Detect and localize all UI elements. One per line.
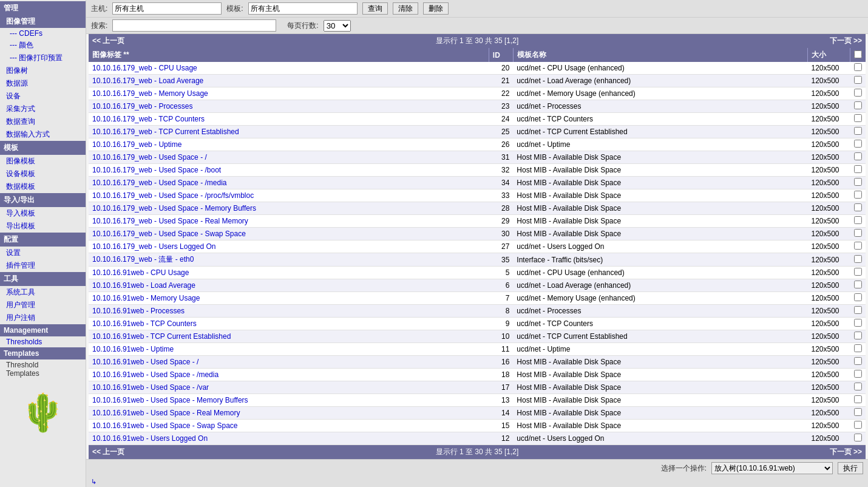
sidebar-item-import-template[interactable]: 导入模板 xyxy=(0,207,86,220)
graph-link[interactable]: 10.10.16.91web - TCP Counters xyxy=(92,319,197,328)
sidebar-item-device[interactable]: 设备 xyxy=(0,90,86,103)
row-checkbox[interactable] xyxy=(854,63,862,71)
sidebar-item-graph-tree[interactable]: 图像树 xyxy=(0,64,86,77)
graph-link[interactable]: 10.10.16.91web - CPU Usage xyxy=(92,268,189,277)
col-header-template[interactable]: 模板名称 xyxy=(513,48,807,62)
row-checkbox[interactable] xyxy=(854,127,862,135)
sidebar-item-data-source[interactable]: 数据源 xyxy=(0,77,86,90)
select-all-checkbox[interactable] xyxy=(854,50,862,58)
graph-link[interactable]: 10.10.16.179_web - TCP Counters xyxy=(92,115,205,123)
row-checkbox[interactable] xyxy=(854,434,862,441)
row-checkbox[interactable] xyxy=(854,421,862,429)
sidebar-item-plugin[interactable]: 插件管理 xyxy=(0,259,86,272)
row-checkbox[interactable] xyxy=(854,101,862,109)
query-button[interactable]: 查询 xyxy=(362,2,388,15)
graph-link[interactable]: 10.10.16.179_web - Uptime xyxy=(92,140,181,149)
sidebar-item-sys-tools[interactable]: 系统工具 xyxy=(0,286,86,299)
sidebar-item-image-print[interactable]: --- 图像打印预置 xyxy=(0,52,86,64)
graph-link[interactable]: 10.10.16.91web - Processes xyxy=(92,307,185,315)
template-input[interactable] xyxy=(248,2,358,15)
row-checkbox[interactable] xyxy=(854,268,862,276)
graph-link[interactable]: 10.10.16.91web - Used Space - /media xyxy=(92,370,219,379)
row-checkbox[interactable] xyxy=(854,395,862,403)
row-checkbox[interactable] xyxy=(854,408,862,416)
graph-link[interactable]: 10.10.16.179_web - Used Space - Memory B… xyxy=(92,204,256,213)
graph-link[interactable]: 10.10.16.179_web - Users Logged On xyxy=(92,242,215,251)
go-button[interactable]: 执行 xyxy=(838,462,863,474)
row-checkbox[interactable] xyxy=(854,255,862,263)
graph-link[interactable]: 10.10.16.91web - Used Space - Real Memor… xyxy=(92,409,240,417)
graph-link[interactable]: 10.10.16.179_web - TCP Current Establish… xyxy=(92,128,239,136)
per-page-select[interactable]: 30 50 100 xyxy=(324,20,351,32)
row-checkbox[interactable] xyxy=(854,344,862,352)
action-select[interactable]: 放入树(10.10.16.91:web) xyxy=(711,462,833,474)
col-header-name[interactable]: 图像标签 ** xyxy=(89,48,489,62)
graph-link[interactable]: 10.10.16.179_web - Used Space - /boot xyxy=(92,166,221,174)
row-checkbox[interactable] xyxy=(854,332,862,339)
host-input[interactable] xyxy=(112,2,222,15)
graph-link[interactable]: 10.10.16.179_web - Used Space - Real Mem… xyxy=(92,217,248,225)
graph-link[interactable]: 10.10.16.91web - Uptime xyxy=(92,345,174,353)
row-checkbox[interactable] xyxy=(854,114,862,122)
row-checkbox[interactable] xyxy=(854,216,862,224)
prev-page-top[interactable]: << 上一页 xyxy=(92,36,124,46)
search-input[interactable] xyxy=(112,19,276,32)
sidebar-item-graph-template[interactable]: 图像模板 xyxy=(0,155,86,168)
graph-link[interactable]: 10.10.16.179_web - Used Space - /proc/fs… xyxy=(92,191,254,200)
sidebar-item-export-template[interactable]: 导出模板 xyxy=(0,220,86,233)
graph-link[interactable]: 10.10.16.91web - Used Space - /var xyxy=(92,383,209,392)
row-checkbox[interactable] xyxy=(854,76,862,84)
row-checkbox[interactable] xyxy=(854,242,862,250)
graph-link[interactable]: 10.10.16.179_web - 流量 - eth0 xyxy=(92,255,194,264)
graph-link[interactable]: 10.10.16.91web - Users Logged On xyxy=(92,434,208,443)
graph-link[interactable]: 10.10.16.91web - Used Space - Swap Space xyxy=(92,421,237,430)
sidebar-item-colors[interactable]: --- 颜色 xyxy=(0,39,86,52)
delete-button[interactable]: 删除 xyxy=(423,2,449,15)
sidebar-item-user-mgmt[interactable]: 用户管理 xyxy=(0,299,86,312)
row-checkbox[interactable] xyxy=(854,178,862,186)
graph-link[interactable]: 10.10.16.179_web - Memory Usage xyxy=(92,89,208,98)
graph-link[interactable]: 10.10.16.179_web - Processes xyxy=(92,102,192,111)
graph-link[interactable]: 10.10.16.91web - Used Space - Memory Buf… xyxy=(92,396,248,404)
graph-link[interactable]: 10.10.16.91web - Used Space - / xyxy=(92,358,198,366)
graph-link[interactable]: 10.10.16.179_web - Used Space - /media xyxy=(92,179,226,187)
sidebar-thresholds[interactable]: Thresholds xyxy=(0,336,86,347)
row-checkbox[interactable] xyxy=(854,191,862,199)
next-page-bottom[interactable]: 下一页 >> xyxy=(830,447,862,457)
graph-link[interactable]: 10.10.16.91web - Memory Usage xyxy=(92,294,200,302)
col-header-check[interactable] xyxy=(850,48,866,62)
sidebar-item-settings[interactable]: 设置 xyxy=(0,247,86,259)
sidebar-item-cdefs[interactable]: --- CDEFs xyxy=(0,28,86,39)
sidebar-item-collection-method[interactable]: 采集方式 xyxy=(0,103,86,115)
graph-link[interactable]: 10.10.16.91web - TCP Current Established xyxy=(92,332,231,341)
row-checkbox[interactable] xyxy=(854,370,862,378)
sidebar-item-data-template[interactable]: 数据模板 xyxy=(0,180,86,193)
row-checkbox[interactable] xyxy=(854,89,862,97)
graph-link[interactable]: 10.10.16.179_web - CPU Usage xyxy=(92,64,197,72)
col-header-size[interactable]: 大小 xyxy=(808,48,850,62)
row-checkbox[interactable] xyxy=(854,165,862,173)
sidebar-item-user-logout[interactable]: 用户注销 xyxy=(0,312,86,324)
sidebar-item-device-template[interactable]: 设备模板 xyxy=(0,168,86,180)
row-checkbox[interactable] xyxy=(854,140,862,148)
row-checkbox[interactable] xyxy=(854,383,862,390)
sidebar-item-image-management[interactable]: 图像管理 xyxy=(0,15,86,28)
row-checkbox[interactable] xyxy=(854,152,862,160)
prev-page-bottom[interactable]: << 上一页 xyxy=(92,447,124,457)
graph-link[interactable]: 10.10.16.91web - Load Average xyxy=(92,281,195,290)
graph-link[interactable]: 10.10.16.179_web - Used Space - Swap Spa… xyxy=(92,230,246,238)
row-checkbox[interactable] xyxy=(854,319,862,327)
row-checkbox[interactable] xyxy=(854,357,862,365)
row-checkbox[interactable] xyxy=(854,203,862,211)
row-checkbox[interactable] xyxy=(854,229,862,237)
clear-button[interactable]: 清除 xyxy=(393,2,418,15)
graph-link[interactable]: 10.10.16.179_web - Used Space - / xyxy=(92,153,207,162)
row-checkbox[interactable] xyxy=(854,281,862,288)
sidebar-templates[interactable]: Templates xyxy=(0,347,86,359)
next-page-top[interactable]: 下一页 >> xyxy=(830,36,862,46)
sidebar-item-data-input[interactable]: 数据输入方式 xyxy=(0,128,86,141)
graph-link[interactable]: 10.10.16.179_web - Load Average xyxy=(92,77,203,85)
col-header-id[interactable]: ID xyxy=(489,48,513,62)
sidebar-item-data-query[interactable]: 数据查询 xyxy=(0,115,86,128)
row-checkbox[interactable] xyxy=(854,293,862,301)
